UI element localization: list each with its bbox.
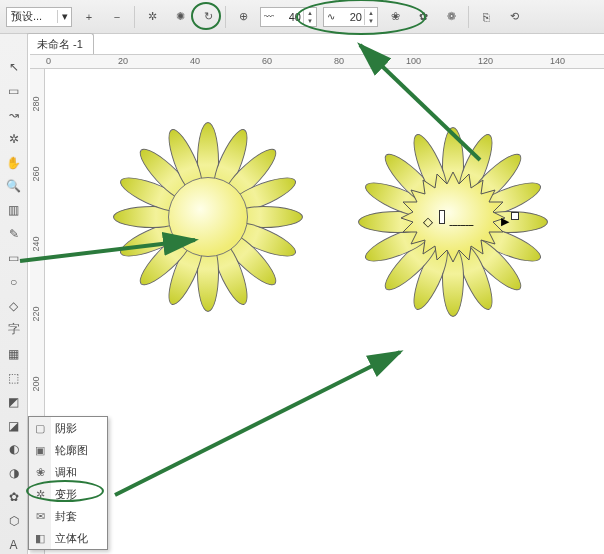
ruler-tick: 40 — [190, 56, 200, 66]
ruler-tick: 60 — [262, 56, 272, 66]
shape-tool-icon[interactable]: ▭ — [4, 82, 24, 100]
eyedropper-tool-icon[interactable]: ◐ — [4, 441, 24, 459]
menu-item-extrude[interactable]: ◧立体化 — [29, 527, 107, 549]
dimension-tool-icon[interactable]: ⬚ — [4, 369, 24, 387]
connector-tool-icon[interactable]: ◩ — [4, 393, 24, 411]
menu-item-shadow[interactable]: ▢阴影 — [29, 417, 107, 439]
handle-arrow-icon[interactable]: ▶ — [501, 215, 509, 228]
twister-distort-icon[interactable]: ↻ — [197, 6, 219, 28]
menu-item-label: 变形 — [51, 487, 77, 502]
ruler-tick: 120 — [478, 56, 493, 66]
outline-tool-icon[interactable]: ◑ — [4, 464, 24, 482]
toolbox: ↖ ▭ ↝ ✲ ✋ 🔍 ▥ ✎ ▭ ○ ◇ 字 ▦ ⬚ ◩ ◪ ◐ ◑ ✿ ⬡ … — [0, 34, 28, 554]
pan-tool-icon[interactable]: ✋ — [4, 154, 24, 172]
amplitude-value: 40 — [277, 11, 303, 23]
handle-line-icon: --------- — [449, 218, 473, 230]
blend-icon: ❀ — [29, 461, 51, 483]
center-distort-icon[interactable]: ⊕ — [232, 6, 254, 28]
spinner-arrows[interactable]: ▲▼ — [303, 9, 316, 25]
smooth-distort-icon[interactable]: ✿ — [412, 6, 434, 28]
handle-diamond-icon[interactable]: ◇ — [423, 214, 433, 229]
crop-tool-icon[interactable]: ↝ — [4, 106, 24, 124]
horizontal-ruler: 0 20 40 60 80 100 120 140 — [30, 54, 604, 69]
document-tab-label: 未命名 -1 — [26, 33, 94, 55]
ruler-tick: 240 — [31, 236, 41, 251]
chevron-down-icon: ▾ — [57, 10, 71, 23]
table-tool-icon[interactable]: ▦ — [4, 345, 24, 363]
interactive-flyout-menu: ▢阴影 ▣轮廓图 ❀调和 ✲变形 ✉封套 ◧立体化 — [28, 416, 108, 550]
menu-item-blend[interactable]: ❀调和 — [29, 461, 107, 483]
copy-distort-icon[interactable]: ⎘ — [475, 6, 497, 28]
preset-dropdown[interactable]: 预设... ▾ — [6, 7, 72, 27]
ruler-tick: 200 — [31, 376, 41, 391]
clear-distort-icon[interactable]: ⟲ — [503, 6, 525, 28]
amplitude-icon: 〰 — [261, 11, 277, 22]
svg-marker-0 — [401, 172, 505, 262]
interactive-tool-icon[interactable]: ◪ — [4, 417, 24, 435]
distort-icon: ✲ — [29, 483, 51, 505]
menu-item-label: 调和 — [51, 465, 77, 480]
local-distort-icon[interactable]: ❁ — [440, 6, 462, 28]
preset-add-button[interactable]: + — [78, 6, 100, 28]
zipper-distort-icon[interactable]: ✺ — [169, 6, 191, 28]
frequency-value: 20 — [338, 11, 364, 23]
smart-draw-icon[interactable]: ⬡ — [4, 512, 24, 530]
menu-item-label: 立体化 — [51, 531, 88, 546]
extrude-icon: ◧ — [29, 527, 51, 549]
ruler-tick: 280 — [31, 96, 41, 111]
pick-tool-icon[interactable]: ↖ — [4, 58, 24, 76]
fill-tool-icon[interactable]: ✿ — [4, 488, 24, 506]
amplitude-spinner[interactable]: 〰 40 ▲▼ — [260, 7, 317, 27]
rectangle-tool-icon[interactable]: ▭ — [4, 249, 24, 267]
pen-tool-icon[interactable]: ✎ — [4, 225, 24, 243]
menu-item-label: 封套 — [51, 509, 77, 524]
ruler-tick: 80 — [334, 56, 344, 66]
freehand-tool-icon[interactable]: ✲ — [4, 130, 24, 148]
push-pull-distort-icon[interactable]: ✲ — [141, 6, 163, 28]
menu-item-contour[interactable]: ▣轮廓图 — [29, 439, 107, 461]
document-tab[interactable]: 未命名 -1 — [26, 34, 94, 54]
handle-slider-icon[interactable] — [439, 210, 445, 224]
ruler-tick: 260 — [31, 166, 41, 181]
ruler-tick: 140 — [550, 56, 565, 66]
ruler-tick: 220 — [31, 306, 41, 321]
menu-item-envelope[interactable]: ✉封套 — [29, 505, 107, 527]
frequency-icon: ∿ — [324, 11, 338, 22]
smart-fill-icon[interactable]: ▥ — [4, 201, 24, 219]
random-distort-icon[interactable]: ❀ — [384, 6, 406, 28]
preset-remove-button[interactable]: − — [106, 6, 128, 28]
ruler-tick: 0 — [46, 56, 51, 66]
drawing-canvas[interactable]: /*petals drawn below via JS*/ ◇ --------… — [48, 72, 604, 554]
preset-label: 预设... — [7, 9, 57, 24]
menu-item-label: 轮廓图 — [51, 443, 88, 458]
flower-left[interactable]: /*petals drawn below via JS*/ — [113, 122, 303, 312]
zoom-tool-icon[interactable]: 🔍 — [4, 178, 24, 196]
contour-icon: ▣ — [29, 439, 51, 461]
separator — [468, 6, 469, 28]
ruler-tick: 20 — [118, 56, 128, 66]
envelope-icon: ✉ — [29, 505, 51, 527]
ellipse-tool-icon[interactable]: ○ — [4, 273, 24, 291]
frequency-spinner[interactable]: ∿ 20 ▲▼ — [323, 7, 378, 27]
flower-right[interactable]: ◇ --------- ▶ — [353, 122, 553, 322]
spinner-arrows[interactable]: ▲▼ — [364, 9, 377, 25]
polygon-tool-icon[interactable]: ◇ — [4, 297, 24, 315]
menu-item-distort[interactable]: ✲变形 — [29, 483, 107, 505]
menu-item-label: 阴影 — [51, 421, 77, 436]
ruler-tick: 100 — [406, 56, 421, 66]
text-tool-icon[interactable]: 字 — [4, 321, 24, 339]
handle-square-icon[interactable] — [511, 212, 519, 220]
flower-center-left — [168, 177, 248, 257]
text2-tool-icon[interactable]: A — [4, 536, 24, 554]
property-bar: 预设... ▾ + − ✲ ✺ ↻ ⊕ 〰 40 ▲▼ ∿ 20 ▲▼ ❀ ✿ … — [0, 0, 604, 34]
shadow-icon: ▢ — [29, 417, 51, 439]
separator — [134, 6, 135, 28]
separator — [225, 6, 226, 28]
